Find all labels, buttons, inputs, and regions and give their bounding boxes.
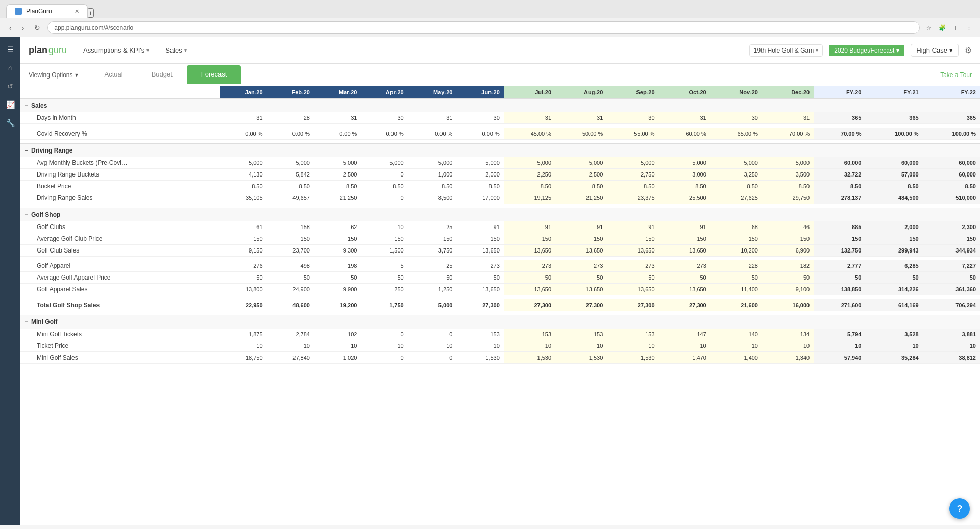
cell-value: 3,881 xyxy=(923,329,980,340)
cell-value: 271,600 xyxy=(814,299,865,311)
cell-value: 2,750 xyxy=(607,168,658,180)
section-toggle[interactable]: − xyxy=(24,211,28,218)
col-header-aug20: Aug-20 xyxy=(555,86,607,99)
sales-label: Sales xyxy=(165,46,182,54)
new-tab-button[interactable]: + xyxy=(88,8,94,18)
col-header-feb20: Feb-20 xyxy=(267,86,314,99)
col-header-oct20: Oct-20 xyxy=(659,86,710,99)
active-tab[interactable]: PlanGuru ✕ xyxy=(6,4,88,18)
cell-value: 5,000 xyxy=(314,157,361,169)
take-tour-link[interactable]: Take a Tour xyxy=(940,71,972,79)
cell-value: 2,250 xyxy=(504,168,555,180)
table-row: Golf Clubs61158621025919191919168468852,… xyxy=(20,221,980,233)
cell-value: 8.50 xyxy=(267,180,314,192)
section-header-sales: −Sales xyxy=(20,99,980,113)
settings-button[interactable]: ⚙ xyxy=(965,45,972,55)
cell-value: 13,650 xyxy=(456,244,503,256)
cell-value: 5,000 xyxy=(408,157,457,169)
cell-value: 150 xyxy=(659,233,710,244)
cell-value: 150 xyxy=(408,233,457,244)
cell-value: 276 xyxy=(220,260,266,272)
cell-value: 13,800 xyxy=(220,284,266,295)
tab-forecast[interactable]: Forecast xyxy=(187,65,241,84)
tab-close-button[interactable]: ✕ xyxy=(75,8,79,15)
menu-icon[interactable]: ⋮ xyxy=(964,22,974,33)
cell-value: 138,850 xyxy=(814,284,865,295)
cell-value: 27,840 xyxy=(267,352,314,364)
cell-value: 9,100 xyxy=(762,284,814,295)
back-button[interactable]: ‹ xyxy=(6,22,15,33)
sidebar-wrench-icon[interactable]: 🔧 xyxy=(3,116,17,130)
spacer-row xyxy=(20,311,980,315)
cell-value: 365 xyxy=(865,112,922,124)
cell-value: 614,169 xyxy=(865,299,922,311)
cell-value: 278,137 xyxy=(814,192,865,204)
cell-value: 17,000 xyxy=(456,192,503,204)
cell-value: 27,300 xyxy=(659,299,710,311)
extensions-icon[interactable]: 🧩 xyxy=(937,22,947,33)
cell-value: 365 xyxy=(814,112,865,124)
section-toggle[interactable]: − xyxy=(24,102,28,109)
cell-value: 60,000 xyxy=(923,157,980,169)
row-label: Golf Apparel Sales xyxy=(20,284,220,295)
profile-icon[interactable]: T xyxy=(950,22,961,33)
cell-value: 25 xyxy=(408,221,457,233)
cell-value: 0 xyxy=(361,168,407,180)
reload-button[interactable]: ↻ xyxy=(31,22,43,33)
cell-value: 8.50 xyxy=(865,180,922,192)
viewing-options-dropdown[interactable]: Viewing Options ▾ xyxy=(29,71,78,79)
cell-value: 10 xyxy=(220,340,266,352)
viewing-options-arrow: ▾ xyxy=(75,71,78,79)
cell-value: 10,200 xyxy=(710,244,762,256)
cell-value: 9,300 xyxy=(314,244,361,256)
sidebar-home-icon[interactable]: ⌂ xyxy=(3,61,17,75)
cell-value: 150 xyxy=(361,233,407,244)
cell-value: 1,020 xyxy=(314,352,361,364)
cell-value: 10 xyxy=(267,340,314,352)
cell-value: 8.50 xyxy=(456,180,503,192)
cell-value: 0.00 % xyxy=(314,128,361,140)
spacer-row xyxy=(20,204,980,208)
high-case-selector[interactable]: High Case ▾ xyxy=(911,44,959,57)
assumptions-kpis-dropdown[interactable]: Assumptions & KPI's ▾ xyxy=(79,44,153,56)
section-toggle[interactable]: − xyxy=(24,147,28,154)
table-row: Mini Golf Sales18,75027,8401,020001,5301… xyxy=(20,352,980,364)
cell-value: 510,000 xyxy=(923,192,980,204)
section-header-driving-range: −Driving Range xyxy=(20,143,980,157)
company-selector[interactable]: 19th Hole Golf & Gam ▾ xyxy=(749,44,823,57)
cell-value: 50 xyxy=(504,272,555,284)
address-bar[interactable]: app.planguru.com/#/scenario xyxy=(47,21,920,34)
cell-value: 50 xyxy=(314,272,361,284)
col-header-jun20: Jun-20 xyxy=(456,86,503,99)
cell-value: 10 xyxy=(607,340,658,352)
tab-actual[interactable]: Actual xyxy=(90,65,137,84)
high-case-label: High Case xyxy=(916,46,947,54)
data-table-container[interactable]: Jan-20 Feb-20 Mar-20 Apr-20 May-20 Jun-2… xyxy=(20,86,980,525)
cell-value: 150 xyxy=(814,233,865,244)
tab-budget[interactable]: Budget xyxy=(137,65,187,84)
cell-value: 50 xyxy=(267,272,314,284)
sidebar-menu-icon[interactable]: ☰ xyxy=(3,42,17,57)
cell-value: 57,000 xyxy=(865,168,922,180)
section-toggle[interactable]: − xyxy=(24,318,28,325)
cell-value: 61 xyxy=(220,221,266,233)
sidebar-chart-icon[interactable]: 📈 xyxy=(3,97,17,112)
bookmark-icon[interactable]: ☆ xyxy=(924,22,934,33)
cell-value: 1,400 xyxy=(710,352,762,364)
cell-value: 25,500 xyxy=(659,192,710,204)
row-label: Days in Month xyxy=(20,112,220,124)
forward-button[interactable]: › xyxy=(19,22,28,33)
cell-value: 0 xyxy=(361,329,407,340)
table-row: Golf Apparel2764981985252732732732732732… xyxy=(20,260,980,272)
cell-value: 150 xyxy=(456,233,503,244)
table-row: Driving Range Sales35,10549,65721,25008,… xyxy=(20,192,980,204)
sales-dropdown[interactable]: Sales ▾ xyxy=(161,44,191,56)
cell-value: 13,650 xyxy=(504,244,555,256)
sidebar-refresh-icon[interactable]: ↺ xyxy=(3,79,17,93)
cell-value: 1,530 xyxy=(456,352,503,364)
forecast-selector[interactable]: 2020 Budget/Forecast ▾ xyxy=(829,45,904,56)
browser-nav: ‹ › ↻ app.planguru.com/#/scenario ☆ 🧩 T … xyxy=(0,18,980,37)
help-button[interactable]: ? xyxy=(949,498,970,519)
cell-value: 3,250 xyxy=(710,168,762,180)
cell-value: 5,000 xyxy=(659,157,710,169)
